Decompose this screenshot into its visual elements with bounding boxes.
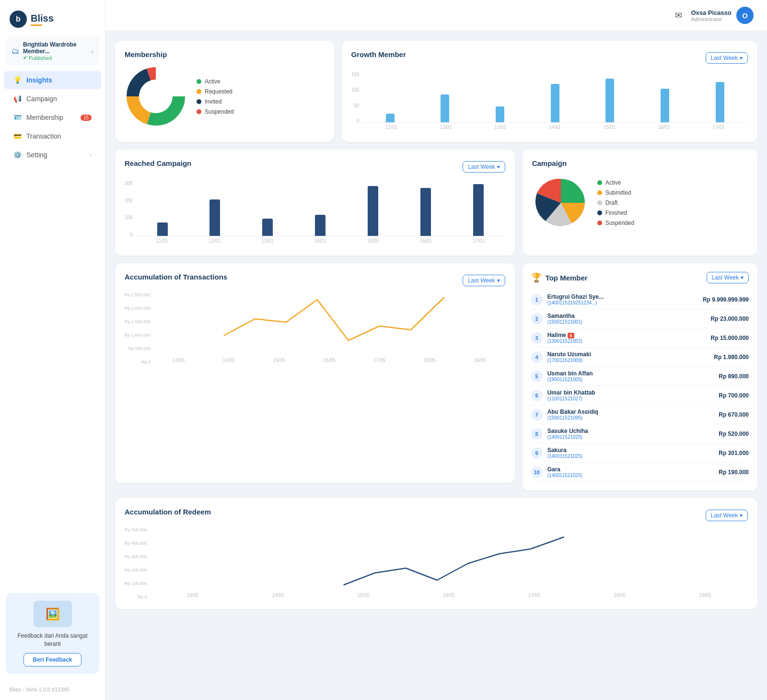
membership-chart-title: Membership xyxy=(125,50,325,58)
member-name: Usman bin Affan xyxy=(547,370,714,377)
legend-dot-requested xyxy=(197,89,201,94)
setting-chevron-icon: › xyxy=(90,152,92,158)
member-info: Samantha(150011521001) xyxy=(547,313,706,325)
legend-dot-suspended xyxy=(197,109,201,114)
member-amount: Rp 520.000 xyxy=(719,431,749,437)
member-amount: Rp 1.980.000 xyxy=(714,354,749,361)
legend-dot-invited xyxy=(197,99,201,104)
top-member-filter-button[interactable]: Last Week ▾ xyxy=(707,272,749,283)
transactions-chart-title: Accumulation of Transactions xyxy=(125,273,227,281)
sidebar-item-label: Campaign xyxy=(26,95,57,103)
growth-filter-button[interactable]: Last Week ▾ xyxy=(706,52,748,64)
campaign-legend: Active Submitted Draft Finished xyxy=(597,179,635,226)
member-amount: Rp 190.000 xyxy=(719,469,749,476)
member-info: Abu Bakar Assidiq(150011521095) xyxy=(547,408,714,420)
redeem-y-axis: Rp 500.000 Rp 400.000 Rp 300.000 Rp 200.… xyxy=(125,527,150,599)
sidebar-item-membership[interactable]: 🪪 Membership 15 xyxy=(4,108,101,127)
list-item: 1Ertugrui Ghazi Sye...(1400115210251234.… xyxy=(531,290,749,309)
reached-filter-button[interactable]: Last Week ▾ xyxy=(463,161,505,173)
chevron-down-icon: ▾ xyxy=(740,55,743,61)
member-rank: 4 xyxy=(531,351,543,363)
top-member-header: 🏆 Top Member Last Week ▾ xyxy=(531,272,749,283)
dashboard-content: Membership xyxy=(105,31,767,700)
member-name: Samantha xyxy=(547,313,706,319)
trophy-icon: 🏆 xyxy=(531,272,542,283)
version-label: Bliss - Versi 1.0.0 #12345 xyxy=(0,682,105,700)
bar xyxy=(386,114,395,122)
mail-icon[interactable]: ✉ xyxy=(675,10,682,21)
reached-x-labels: 11/01 12/01 13/01 14/01 15/01 16/01 17/0… xyxy=(136,238,505,244)
redeem-chart-title: Accumulation of Redeem xyxy=(125,508,211,516)
member-info: HalimeS(130011521002) xyxy=(547,332,706,344)
top-member-card: 🏆 Top Member Last Week ▾ 1Ertugrui Ghazi… xyxy=(523,263,757,490)
list-item: 5Usman bin Affan(190011521005)Rp 890.000 xyxy=(531,367,749,386)
list-item: 4Naruto Uzumaki(170011521009)Rp 1.980.00… xyxy=(531,348,749,367)
sidebar: b Bliss 🗂 Brightlab Wardrobe Member... ✔… xyxy=(0,0,105,700)
member-amount: Rp 670.000 xyxy=(719,411,749,418)
transactions-line-chart xyxy=(153,292,505,355)
member-id: (170011521009) xyxy=(547,358,709,363)
insights-icon: 💡 xyxy=(13,76,22,84)
project-selector[interactable]: 🗂 Brightlab Wardrobe Member... ✔ Publish… xyxy=(6,36,99,66)
reached-y-axis: 300 200 100 0 xyxy=(125,179,136,246)
member-name: Gara xyxy=(547,466,714,473)
top-member-list: 1Ertugrui Ghazi Sye...(1400115210251234.… xyxy=(531,290,749,482)
logo-icon: b xyxy=(10,11,27,28)
transactions-chart-card: Accumulation of Transactions Last Week ▾… xyxy=(115,263,515,483)
member-info: Naruto Uzumaki(170011521009) xyxy=(547,351,709,363)
member-rank: 3 xyxy=(531,332,543,344)
member-name: Sakura xyxy=(547,447,714,454)
membership-donut-chart xyxy=(125,65,187,128)
member-id: (140011521025) xyxy=(547,473,714,478)
bar xyxy=(420,188,431,236)
member-id: (150011521095) xyxy=(547,415,714,420)
legend-campaign-active: Active xyxy=(597,179,635,186)
project-icon: 🗂 xyxy=(12,47,19,56)
svg-point-4 xyxy=(139,80,172,113)
growth-chart-card: Growth Member Last Week ▾ 150 100 50 0 xyxy=(342,41,757,142)
project-name: Brightlab Wardrobe Member... xyxy=(23,41,91,55)
member-info: Usman bin Affan(190011521005) xyxy=(547,370,714,382)
legend-active: Active xyxy=(197,78,234,85)
logo-underline xyxy=(31,24,42,26)
bar xyxy=(262,219,273,236)
legend-dot-active xyxy=(597,180,602,185)
legend-dot-active xyxy=(197,79,201,84)
member-id: (190011521005) xyxy=(547,377,714,382)
sidebar-item-label: Membership xyxy=(26,114,63,121)
main-nav: 💡 Insights 📢 Campaign 🪪 Membership 15 💳 … xyxy=(0,70,105,164)
membership-chart-card: Membership xyxy=(115,41,334,142)
sidebar-item-campaign[interactable]: 📢 Campaign xyxy=(4,90,101,108)
project-status: ✔ Published xyxy=(23,55,91,61)
campaign-icon: 📢 xyxy=(13,95,22,103)
sidebar-item-label: Insights xyxy=(26,76,52,84)
user-info: ✉ Oxsa Picasso Administrator O xyxy=(675,7,754,24)
project-chevron-icon: › xyxy=(91,47,93,55)
member-name: Naruto Uzumaki xyxy=(547,351,709,358)
member-name: Ertugrui Ghazi Sye... xyxy=(547,293,698,300)
legend-dot-submitted xyxy=(597,190,602,195)
growth-chart-title: Growth Member xyxy=(351,50,406,58)
bar xyxy=(473,184,484,236)
sidebar-item-setting[interactable]: ⚙️ Setting › xyxy=(4,146,101,164)
setting-icon: ⚙️ xyxy=(13,151,22,159)
redeem-filter-button[interactable]: Last Week ▾ xyxy=(706,510,748,521)
list-item: 8Sasuke Uchiha(140011521025)Rp 520.000 xyxy=(531,424,749,443)
membership-badge: 15 xyxy=(81,115,92,121)
sidebar-item-transaction[interactable]: 💳 Transaction xyxy=(4,127,101,145)
feedback-button[interactable]: Beri Feedback xyxy=(23,653,81,666)
sidebar-item-insights[interactable]: 💡 Insights xyxy=(4,71,101,89)
redeem-x-labels: 13/05 14/05 15/05 16/05 17/05 18/05 19/0… xyxy=(150,593,748,598)
list-item: 7Abu Bakar Assidiq(150011521095)Rp 670.0… xyxy=(531,405,749,424)
member-name: Sasuke Uchiha xyxy=(547,428,714,434)
member-badge: S xyxy=(568,333,574,338)
legend-requested: Requested xyxy=(197,88,234,95)
redeem-line-chart xyxy=(150,527,748,590)
member-info: Gara(140011521025) xyxy=(547,466,714,478)
chevron-down-icon: ▾ xyxy=(497,163,500,170)
transactions-filter-button[interactable]: Last Week ▾ xyxy=(463,275,505,286)
transaction-icon: 💳 xyxy=(13,132,22,140)
member-rank: 5 xyxy=(531,371,543,382)
member-info: Umar bin Khattab(110011521027) xyxy=(547,389,714,401)
user-role: Administrator xyxy=(691,16,732,22)
